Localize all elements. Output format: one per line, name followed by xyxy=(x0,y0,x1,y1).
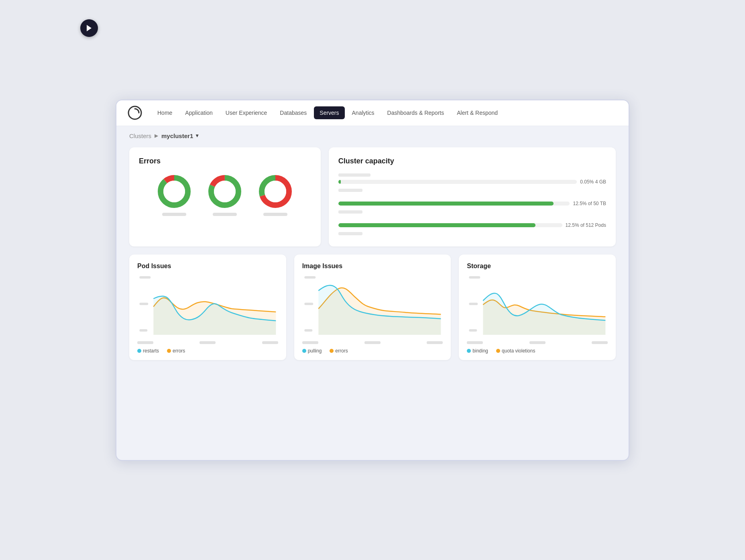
nav-bar: Home Application User Experience Databas… xyxy=(116,100,629,126)
capacity-bg-3 xyxy=(338,223,562,227)
errors-dot-pod xyxy=(167,349,171,353)
capacity-sublabel-3 xyxy=(338,232,362,235)
image-issues-chart xyxy=(302,275,443,339)
svg-point-6 xyxy=(214,181,236,202)
breadcrumb-parent[interactable]: Clusters xyxy=(129,132,151,139)
nav-item-application[interactable]: Application xyxy=(179,106,218,119)
storage-chart xyxy=(467,275,608,339)
pulling-label: pulling xyxy=(308,348,322,354)
capacity-bg-1 xyxy=(338,180,577,184)
storage-title: Storage xyxy=(467,263,608,270)
nav-item-servers[interactable]: Servers xyxy=(314,106,344,119)
donut-chart-2 xyxy=(207,173,243,210)
pod-issues-chart xyxy=(137,275,278,339)
image-issues-legend: pulling errors xyxy=(302,348,443,354)
svg-rect-10 xyxy=(139,276,151,279)
nav-item-databases[interactable]: Databases xyxy=(274,106,312,119)
svg-rect-17 xyxy=(469,303,478,305)
storage-svg xyxy=(467,275,608,339)
app-logo[interactable] xyxy=(128,106,142,120)
pulling-dot xyxy=(302,349,306,353)
svg-rect-18 xyxy=(469,329,477,332)
pod-issues-svg xyxy=(137,275,278,339)
capacity-card: Cluster capacity 0.05% 4 GB xyxy=(329,147,616,246)
image-issues-title: Image Issues xyxy=(302,263,443,270)
nav-item-dashboards[interactable]: Dashboards & Reports xyxy=(382,106,450,119)
capacity-fill-2 xyxy=(338,202,554,206)
svg-rect-11 xyxy=(139,303,148,305)
donut-2 xyxy=(207,173,243,216)
legend-pulling: pulling xyxy=(302,348,322,354)
donut-chart-1 xyxy=(156,173,192,210)
capacity-bg-2 xyxy=(338,202,570,206)
capacity-sublabel-1 xyxy=(338,189,362,192)
capacity-bar-row-2: 12.5% of 50 TB xyxy=(338,201,606,206)
svg-point-9 xyxy=(265,181,286,202)
svg-rect-15 xyxy=(304,329,312,332)
storage-legend: binding quota violetions xyxy=(467,348,608,354)
quota-dot xyxy=(496,349,500,353)
nav-item-user-experience[interactable]: User Experience xyxy=(220,106,273,119)
image-issues-card: Image Issues xyxy=(294,255,451,360)
pod-issues-title: Pod Issues xyxy=(137,263,278,270)
nav-item-alert[interactable]: Alert & Respond xyxy=(451,106,503,119)
nav-item-home[interactable]: Home xyxy=(152,106,178,119)
legend-errors-pod: errors xyxy=(167,348,185,354)
capacity-item-3: 12.5% of 512 Pods xyxy=(338,222,606,237)
errors-label-image: errors xyxy=(335,348,348,354)
errors-card: Errors xyxy=(129,147,321,246)
breadcrumb-current-label[interactable]: mycluster1 xyxy=(161,132,193,139)
donut-1-label xyxy=(162,213,186,216)
donut-1 xyxy=(156,173,192,216)
errors-title: Errors xyxy=(139,157,311,165)
legend-binding: binding xyxy=(467,348,488,354)
breadcrumb: Clusters ▶ mycluster1 ▼ xyxy=(116,126,629,143)
main-content: Errors xyxy=(116,143,629,373)
restarts-label: restarts xyxy=(143,348,159,354)
donut-3-label xyxy=(263,213,287,216)
donut-row xyxy=(139,173,311,216)
errors-dot-image xyxy=(330,349,334,353)
legend-quota: quota violetions xyxy=(496,348,535,354)
capacity-fill-3 xyxy=(338,223,535,227)
image-issues-svg xyxy=(302,275,443,339)
donut-chart-3 xyxy=(257,173,293,210)
capacity-label-3: 12.5% of 512 Pods xyxy=(566,222,606,228)
pod-issues-legend: restarts errors xyxy=(137,348,278,354)
breadcrumb-dropdown-icon[interactable]: ▼ xyxy=(195,133,199,138)
svg-rect-14 xyxy=(304,303,313,305)
svg-rect-13 xyxy=(304,276,316,279)
axis-label-3 xyxy=(262,341,278,344)
capacity-sublabel-2 xyxy=(338,210,362,214)
capacity-fill-1 xyxy=(338,180,341,184)
nav-item-analytics[interactable]: Analytics xyxy=(346,106,380,119)
breadcrumb-current: mycluster1 ▼ xyxy=(161,132,199,139)
quota-label: quota violetions xyxy=(502,348,535,354)
svg-rect-12 xyxy=(139,329,147,332)
nav-links: Home Application User Experience Databas… xyxy=(152,106,617,119)
axis-label-img-1 xyxy=(302,341,318,344)
breadcrumb-separator: ▶ xyxy=(155,133,158,138)
legend-errors-image: errors xyxy=(330,348,348,354)
capacity-item-1: 0.05% 4 GB xyxy=(338,173,606,193)
axis-label-stor-2 xyxy=(529,341,546,344)
storage-axis xyxy=(467,341,608,344)
axis-label-stor-1 xyxy=(467,341,483,344)
capacity-item-2: 12.5% of 50 TB xyxy=(338,201,606,215)
storage-card: Storage xyxy=(459,255,616,360)
svg-rect-16 xyxy=(469,276,480,279)
donut-3 xyxy=(257,173,293,216)
svg-point-3 xyxy=(163,181,185,202)
axis-label-2 xyxy=(199,341,216,344)
axis-label-1 xyxy=(137,341,153,344)
capacity-label-2: 12.5% of 50 TB xyxy=(573,201,606,206)
top-row: Errors xyxy=(129,147,616,246)
capacity-bar-row-1: 0.05% 4 GB xyxy=(338,179,606,185)
binding-label: binding xyxy=(472,348,488,354)
legend-restarts: restarts xyxy=(137,348,159,354)
axis-label-stor-3 xyxy=(592,341,608,344)
image-issues-axis xyxy=(302,341,443,344)
pod-issues-card: Pod Issues xyxy=(129,255,286,360)
bottom-row: Pod Issues xyxy=(129,255,616,360)
capacity-title: Cluster capacity xyxy=(338,157,606,165)
